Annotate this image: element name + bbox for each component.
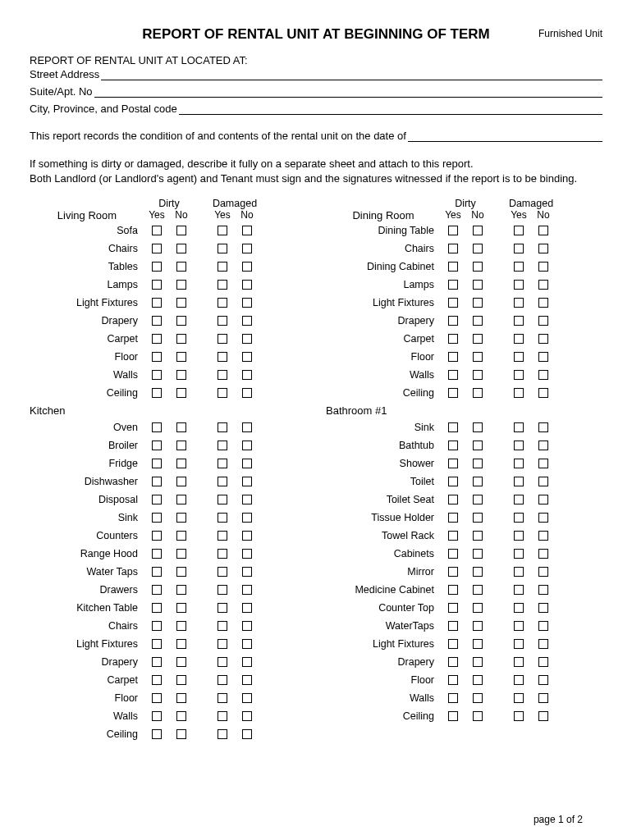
- checkbox[interactable]: [538, 693, 548, 703]
- checkbox[interactable]: [152, 513, 162, 523]
- checkbox[interactable]: [176, 477, 186, 486]
- checkbox[interactable]: [538, 657, 548, 667]
- checkbox[interactable]: [152, 729, 162, 739]
- checkbox[interactable]: [473, 675, 483, 685]
- checkbox[interactable]: [448, 675, 458, 685]
- checkbox[interactable]: [242, 388, 252, 398]
- checkbox[interactable]: [473, 495, 483, 504]
- checkbox[interactable]: [448, 477, 458, 486]
- checkbox[interactable]: [448, 388, 458, 398]
- checkbox[interactable]: [242, 567, 252, 577]
- checkbox[interactable]: [176, 370, 186, 380]
- checkbox[interactable]: [176, 352, 186, 362]
- checkbox[interactable]: [448, 422, 458, 432]
- checkbox[interactable]: [218, 711, 227, 721]
- checkbox[interactable]: [473, 603, 483, 613]
- checkbox[interactable]: [152, 280, 162, 290]
- checkbox[interactable]: [473, 711, 483, 721]
- checkbox[interactable]: [473, 657, 483, 667]
- checkbox[interactable]: [473, 388, 483, 398]
- checkbox[interactable]: [473, 280, 483, 290]
- checkbox[interactable]: [514, 585, 524, 595]
- checkbox[interactable]: [218, 459, 227, 468]
- checkbox[interactable]: [538, 334, 548, 344]
- checkbox[interactable]: [242, 477, 252, 486]
- checkbox[interactable]: [514, 334, 524, 344]
- checkbox[interactable]: [514, 711, 524, 721]
- checkbox[interactable]: [448, 531, 458, 541]
- checkbox[interactable]: [152, 567, 162, 577]
- checkbox[interactable]: [473, 567, 483, 577]
- checkbox[interactable]: [176, 226, 186, 235]
- checkbox[interactable]: [514, 422, 524, 432]
- checkbox[interactable]: [538, 370, 548, 380]
- checkbox[interactable]: [448, 226, 458, 235]
- checkbox[interactable]: [218, 531, 227, 541]
- checkbox[interactable]: [152, 226, 162, 235]
- street-input-line[interactable]: [101, 69, 602, 80]
- checkbox[interactable]: [218, 639, 227, 649]
- checkbox[interactable]: [176, 316, 186, 326]
- checkbox[interactable]: [448, 657, 458, 667]
- checkbox[interactable]: [448, 459, 458, 468]
- checkbox[interactable]: [473, 459, 483, 468]
- checkbox[interactable]: [448, 693, 458, 703]
- checkbox[interactable]: [473, 693, 483, 703]
- checkbox[interactable]: [242, 370, 252, 380]
- checkbox[interactable]: [218, 729, 227, 739]
- checkbox[interactable]: [176, 729, 186, 739]
- checkbox[interactable]: [514, 495, 524, 504]
- checkbox[interactable]: [514, 262, 524, 272]
- checkbox[interactable]: [152, 639, 162, 649]
- checkbox[interactable]: [473, 585, 483, 595]
- checkbox[interactable]: [538, 567, 548, 577]
- checkbox[interactable]: [242, 693, 252, 703]
- checkbox[interactable]: [218, 495, 227, 504]
- checkbox[interactable]: [152, 621, 162, 631]
- city-input-line[interactable]: [179, 103, 602, 115]
- checkbox[interactable]: [242, 298, 252, 308]
- checkbox[interactable]: [473, 513, 483, 523]
- suite-field[interactable]: Suite/Apt. No: [30, 85, 602, 98]
- checkbox[interactable]: [152, 262, 162, 272]
- checkbox[interactable]: [538, 477, 548, 486]
- checkbox[interactable]: [448, 639, 458, 649]
- checkbox[interactable]: [218, 585, 227, 595]
- checkbox[interactable]: [176, 244, 186, 253]
- checkbox[interactable]: [538, 316, 548, 326]
- checkbox[interactable]: [218, 693, 227, 703]
- city-field[interactable]: City, Province, and Postal code: [30, 103, 602, 115]
- checkbox[interactable]: [514, 388, 524, 398]
- checkbox[interactable]: [473, 370, 483, 380]
- street-address-field[interactable]: Street Address: [30, 68, 602, 80]
- checkbox[interactable]: [152, 693, 162, 703]
- checkbox[interactable]: [514, 316, 524, 326]
- checkbox[interactable]: [514, 531, 524, 541]
- checkbox[interactable]: [176, 711, 186, 721]
- checkbox[interactable]: [514, 477, 524, 486]
- checkbox[interactable]: [473, 549, 483, 559]
- checkbox[interactable]: [152, 549, 162, 559]
- checkbox[interactable]: [218, 422, 227, 432]
- checkbox[interactable]: [152, 675, 162, 685]
- checkbox[interactable]: [448, 621, 458, 631]
- checkbox[interactable]: [448, 711, 458, 721]
- checkbox[interactable]: [538, 226, 548, 235]
- checkbox[interactable]: [514, 352, 524, 362]
- checkbox[interactable]: [218, 477, 227, 486]
- checkbox[interactable]: [152, 657, 162, 667]
- checkbox[interactable]: [218, 334, 227, 344]
- checkbox[interactable]: [152, 441, 162, 450]
- checkbox[interactable]: [176, 262, 186, 272]
- checkbox[interactable]: [538, 531, 548, 541]
- checkbox[interactable]: [473, 621, 483, 631]
- checkbox[interactable]: [218, 621, 227, 631]
- checkbox[interactable]: [514, 675, 524, 685]
- checkbox[interactable]: [218, 388, 227, 398]
- checkbox[interactable]: [538, 459, 548, 468]
- checkbox[interactable]: [242, 585, 252, 595]
- checkbox[interactable]: [218, 513, 227, 523]
- date-input-line[interactable]: [408, 130, 602, 142]
- checkbox[interactable]: [176, 388, 186, 398]
- checkbox[interactable]: [242, 441, 252, 450]
